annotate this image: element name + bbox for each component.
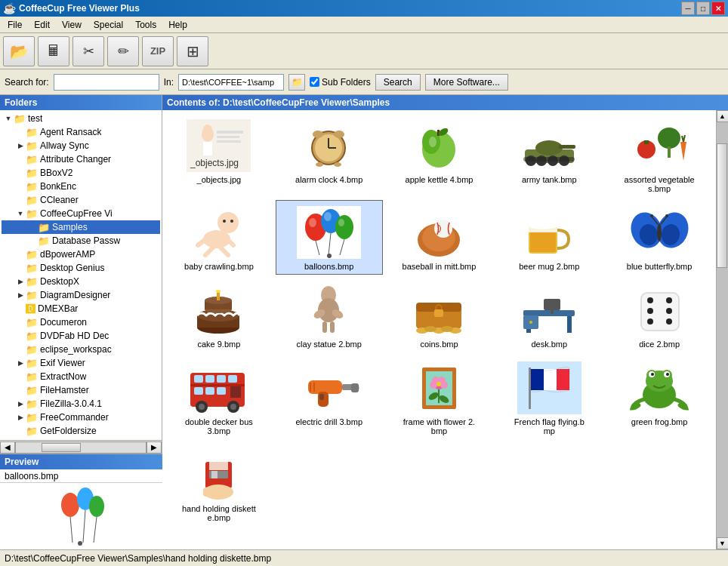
browse-button[interactable]: 📁 (288, 74, 305, 91)
toolbar-open[interactable]: 📂 (3, 36, 35, 66)
tree-scrollbar-thumb[interactable] (42, 443, 81, 452)
search-input[interactable] (54, 74, 159, 91)
contents-area[interactable]: _objects.jpg _objects.jpg (162, 110, 716, 549)
tree-item-exif-viewer[interactable]: ▶ 📁 Exif Viewer (2, 356, 160, 370)
right-scrollbar: ▲ ▼ (716, 110, 728, 549)
menu-edit[interactable]: Edit (28, 18, 56, 32)
tree-item-filezilla[interactable]: ▶ 📁 FileZilla-3.0.4.1 (2, 397, 160, 411)
file-item-balloons[interactable]: balloons.bmp (276, 200, 383, 275)
file-item[interactable]: alarm clock 4.bmp (276, 113, 383, 197)
file-item[interactable]: assorted vegetables.bmp (606, 113, 713, 197)
file-item[interactable]: hand holding diskette.bmp (165, 442, 273, 526)
file-item[interactable]: desk.bmp (495, 278, 603, 352)
tree-item-extractnow[interactable]: 📁 ExtractNow (2, 370, 160, 383)
svg-point-63 (335, 215, 353, 239)
scroll-down-button[interactable]: ▼ (717, 537, 729, 549)
folder-icon: 📁 (26, 371, 38, 383)
svg-rect-181 (209, 462, 228, 470)
tree-item-bonkenc[interactable]: 📁 BonkEnc (2, 180, 160, 193)
file-item[interactable]: cake 9.bmp (165, 278, 273, 352)
svg-rect-129 (194, 375, 203, 383)
svg-point-75 (528, 220, 558, 229)
file-thumb (295, 359, 363, 416)
tree-item-dmexbar[interactable]: 🅳 DMEXBar (2, 302, 160, 315)
folder-name: GetFoldersize (40, 426, 97, 436)
tree-item-filehamster[interactable]: 📁 FileHamster (2, 383, 160, 397)
menu-view[interactable]: View (56, 18, 88, 32)
tree-item-allway-sync[interactable]: ▶ 📁 Allway Sync (2, 139, 160, 152)
tree-item-bboxv2[interactable]: 📁 BBoxV2 (2, 166, 160, 180)
tree-item-database-passw[interactable]: 📁 Database Passw (2, 234, 160, 248)
file-item[interactable]: French flag flying.bmp (495, 355, 603, 439)
file-item[interactable]: double decker bus 3.bmp (165, 355, 273, 439)
toolbar-pen[interactable]: ✏ (107, 36, 139, 66)
scissors-icon: ✂ (83, 43, 94, 60)
tree-item-attribute-changer[interactable]: 📁 Attribute Changer (2, 152, 160, 166)
svg-rect-74 (530, 232, 556, 252)
expand-icon (15, 371, 26, 382)
tree-item-coffeecup[interactable]: ▼ 📁 CoffeeCupFree Vi (2, 207, 160, 220)
thumb-flag (517, 361, 581, 414)
tree-item-dbpoweramp[interactable]: 📁 dBpowerAMP (2, 248, 160, 261)
svg-rect-117 (544, 299, 560, 310)
tree-item-test[interactable]: ▼ 📁 test (2, 112, 160, 125)
tree-scroll-left[interactable]: ◀ (0, 441, 15, 454)
file-item[interactable]: _objects.jpg _objects.jpg (165, 113, 273, 197)
tree-item-ccleaner[interactable]: 📁 CCleaner (2, 193, 160, 207)
tree-item-desktop-genius[interactable]: 📁 Desktop Genius (2, 261, 160, 275)
maximize-button[interactable]: □ (696, 2, 710, 15)
tree-item-desktopx[interactable]: ▶ 📁 DesktopX (2, 275, 160, 288)
tree-item-diagramdesigner[interactable]: ▶ 📁 DiagramDesigner (2, 288, 160, 302)
more-software-button[interactable]: More Software... (425, 74, 508, 91)
tree-scroll-right[interactable]: ▶ (147, 441, 162, 454)
tree-item-dvdfab[interactable]: 📁 DVDFab HD Dec (2, 329, 160, 343)
expand-icon: ▶ (15, 358, 26, 368)
svg-point-55 (230, 220, 233, 223)
menu-tools[interactable]: Tools (129, 18, 162, 32)
menu-file[interactable]: File (2, 18, 28, 32)
file-item[interactable]: baseball in mitt.bmp (386, 200, 493, 275)
tree-item-getfoldersize[interactable]: 📁 GetFoldersize (2, 424, 160, 438)
tree-item-agent-ransack[interactable]: 📁 Agent Ransack (2, 125, 160, 139)
file-item[interactable]: frame with flower 2.bmp (386, 355, 493, 439)
menu-help[interactable]: Help (162, 18, 193, 32)
file-item[interactable]: green frog.bmp (606, 355, 713, 439)
scroll-track[interactable] (717, 122, 729, 537)
tree-item-eclipse[interactable]: 📁 eclipse_workspac (2, 343, 160, 356)
file-item[interactable]: blue butterfly.bmp (606, 200, 713, 275)
subfolders-label: Sub Folders (322, 77, 371, 88)
toolbar-zip[interactable]: ZIP (142, 36, 174, 66)
file-item[interactable]: coins.bmp (386, 278, 493, 352)
toolbar-calculator[interactable]: 🖩 (38, 36, 69, 66)
svg-point-19 (334, 131, 344, 138)
scroll-up-button[interactable]: ▲ (717, 110, 729, 122)
preview-panel: Preview balloons.bmp (0, 454, 162, 549)
menu-special[interactable]: Special (88, 18, 129, 32)
path-input[interactable] (178, 74, 284, 91)
toolbar-grid[interactable]: ⊞ (177, 36, 208, 66)
tree-scrollbar-track[interactable] (15, 441, 147, 454)
file-item[interactable]: apple kettle 4.bmp (386, 113, 493, 197)
file-item[interactable]: clay statue 2.bmp (276, 278, 383, 352)
file-item[interactable]: baby crawling.bmp (165, 200, 273, 275)
scroll-thumb[interactable] (717, 143, 727, 268)
folder-tree[interactable]: ▼ 📁 test 📁 Agent Ransack ▶ 📁 Allway Sync… (0, 110, 162, 440)
tree-item-documeron[interactable]: 📁 Documeron (2, 315, 160, 329)
file-name: hand holding diskette.bmp (181, 504, 257, 522)
toolbar-scissors[interactable]: ✂ (72, 36, 104, 66)
svg-rect-148 (351, 383, 359, 392)
file-name: cake 9.bmp (197, 340, 240, 349)
svg-point-10 (203, 125, 212, 135)
minimize-button[interactable]: ─ (681, 2, 695, 15)
close-button[interactable]: ✕ (711, 2, 725, 15)
file-item[interactable]: beer mug 2.bmp (495, 200, 603, 275)
file-item[interactable]: army tank.bmp (495, 113, 603, 197)
subfolders-checkbox[interactable] (310, 77, 319, 87)
tree-item-freecommander[interactable]: ▶ 📁 FreeCommander (2, 411, 160, 424)
file-thumb (625, 359, 693, 416)
file-item[interactable]: electric drill 3.bmp (276, 355, 383, 439)
file-item[interactable]: dice 2.bmp (606, 278, 713, 352)
search-button[interactable]: Search (375, 74, 421, 91)
tree-item-samples[interactable]: 📁 Samples (2, 220, 160, 234)
expand-icon: ▶ (15, 290, 26, 300)
